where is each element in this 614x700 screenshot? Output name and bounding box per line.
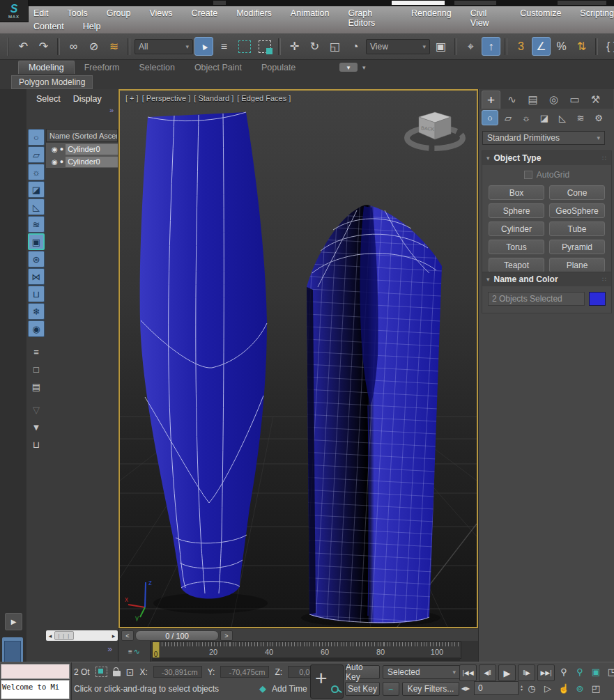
ribbon-tab-selection[interactable]: Selection — [129, 61, 184, 74]
ribbon-tab-object-paint[interactable]: Object Paint — [185, 61, 252, 74]
ribbon-tab-modeling[interactable]: Modeling — [18, 61, 75, 74]
rectangular-selection-region-button[interactable] — [235, 37, 254, 56]
scrollbar-thumb[interactable]: ❘❘❘ — [54, 631, 74, 640]
field-of-view-button[interactable]: ▷ — [541, 681, 555, 695]
sphere-button[interactable]: Sphere — [489, 203, 544, 218]
menu-views[interactable]: Views — [149, 8, 172, 28]
category-shapes[interactable]: ▱ — [500, 110, 516, 125]
select-and-link-button[interactable]: ∞ — [64, 37, 83, 56]
redo-button[interactable]: ↷ — [34, 37, 53, 56]
y-coordinate-field[interactable]: -70,475cm — [220, 666, 269, 678]
window-crossing-toggle[interactable] — [255, 37, 274, 56]
menu-content[interactable]: Content — [33, 22, 64, 31]
viewcube[interactable]: BACK — [402, 106, 468, 153]
pan-button[interactable]: ☝ — [557, 681, 571, 695]
keyboard-override-toggle[interactable]: ↑ — [482, 37, 500, 56]
current-frame-field[interactable]: 0 — [474, 681, 519, 695]
display-helpers-toggle[interactable]: ◺ — [28, 199, 45, 215]
unlink-selection-button[interactable]: ⊘ — [84, 37, 103, 56]
plane-button[interactable]: Plane — [549, 258, 605, 272]
object-type-rollout-header[interactable]: ▾ Object Type ∷ — [482, 151, 611, 165]
ribbon-minimize-button[interactable]: ▾ — [339, 63, 358, 72]
tab-utilities[interactable]: ⚒ — [586, 91, 605, 109]
x-coordinate-field[interactable]: -30,891cm — [153, 666, 202, 678]
display-shapes-toggle[interactable]: ▱ — [28, 146, 45, 163]
display-cameras-toggle[interactable]: ◪ — [28, 181, 45, 198]
eye-icon[interactable]: ◉ — [52, 158, 58, 166]
explorer-horizontal-scrollbar[interactable]: ◂ ❘❘❘ ▸ — [46, 630, 118, 641]
display-hidden-toggle[interactable]: ◉ — [28, 320, 45, 337]
menu-animation[interactable]: Animation — [291, 8, 330, 28]
current-frame-marker[interactable]: 0 — [153, 642, 160, 658]
ribbon-minimize-flyout[interactable]: ▾ — [362, 64, 366, 71]
default-tangent-button[interactable]: ⌢ — [383, 682, 399, 696]
name-color-rollout-header[interactable]: ▾ Name and Color ∷ — [482, 272, 611, 286]
ribbon-panel-polygon-modeling[interactable]: Polygon Modeling — [11, 75, 93, 89]
key-filters-button[interactable]: Key Filters... — [402, 682, 459, 696]
object-name-field[interactable]: 2 Objects Selected — [488, 292, 585, 306]
zoom-extents-selected-button[interactable]: ▣ — [589, 664, 603, 678]
display-containers-toggle[interactable]: ⊔ — [28, 286, 45, 302]
add-time-tag[interactable]: Add Time — [272, 684, 307, 694]
primitive-category-dropdown[interactable]: Standard Primitives ▾ — [482, 131, 605, 145]
time-slider-thumb[interactable]: 0 / 100 — [135, 630, 219, 641]
isolate-selection-icon[interactable] — [95, 667, 107, 677]
category-lights[interactable]: ☼ — [518, 110, 535, 125]
sort-by-type-button[interactable]: □ — [28, 361, 45, 378]
cone-button[interactable]: Cone — [549, 185, 605, 200]
zoom-all-button[interactable]: ⚲ — [573, 664, 587, 678]
render-dot-icon[interactable]: ● — [60, 158, 63, 165]
display-lights-toggle[interactable]: ☼ — [28, 164, 45, 180]
menu-modifiers[interactable]: Modifiers — [236, 8, 272, 28]
new-container-button[interactable]: ⊔ — [28, 436, 45, 453]
ribbon-tab-populate[interactable]: Populate — [252, 61, 305, 74]
node-name[interactable]: Cylinder0 — [66, 157, 118, 167]
tab-display[interactable]: Display — [73, 94, 102, 104]
ribbon-tab-freeform[interactable]: Freeform — [75, 61, 130, 74]
set-keys-button[interactable]: + — [310, 664, 344, 699]
select-by-name-button[interactable]: ≡ — [215, 37, 233, 56]
select-and-rotate-button[interactable]: ↻ — [305, 37, 324, 56]
orbit-button[interactable]: ⊚ — [573, 681, 587, 695]
menu-customize[interactable]: Customize — [520, 8, 561, 28]
eye-icon[interactable]: ◉ — [52, 146, 58, 153]
zoom-extents-all-button[interactable]: ◳ — [605, 664, 614, 678]
select-and-place-button[interactable]: ◔ — [346, 37, 364, 56]
menu-rendering[interactable]: Rendering — [411, 8, 452, 28]
scroll-left-icon[interactable]: ◂ — [46, 632, 54, 639]
selection-filter-dropdown[interactable]: All ▾ — [135, 39, 193, 54]
reference-coordinate-dropdown[interactable]: View ▾ — [366, 39, 430, 54]
toolbar-grip[interactable] — [7, 38, 8, 56]
key-mode-toggle[interactable]: ◀▶ — [459, 681, 472, 695]
go-to-start-button[interactable]: |◀◀ — [459, 664, 477, 681]
spinner-snap-toggle[interactable]: ⇅ — [572, 37, 591, 56]
absolute-mode-icon[interactable]: ⊡ — [126, 667, 135, 678]
frame-spinner[interactable]: ▴ ▾ — [521, 685, 523, 692]
select-and-scale-button[interactable]: ◱ — [325, 37, 344, 56]
cylinder-button[interactable]: Cylinder — [489, 221, 544, 236]
tube-button[interactable]: Tube — [549, 221, 605, 236]
selection-lock-icon[interactable] — [113, 671, 121, 676]
listener-field[interactable]: Welcome to Mi — [1, 680, 70, 699]
angle-snap-toggle[interactable]: ∠ — [532, 37, 551, 56]
display-bones-toggle[interactable]: ⋈ — [28, 268, 45, 285]
bind-to-space-warp-button[interactable]: ≋ — [105, 37, 123, 56]
explorer-overflow-chevron-bottom[interactable]: » — [107, 644, 112, 654]
display-xrefs-toggle[interactable]: ⊛ — [28, 251, 45, 267]
tab-modify[interactable]: ∿ — [502, 91, 521, 109]
select-object-button[interactable]: ▲ — [194, 37, 213, 56]
tab-create[interactable]: + — [482, 91, 500, 109]
box-button[interactable]: Box — [489, 185, 544, 200]
go-to-end-button[interactable]: ▶▶| — [537, 664, 555, 681]
viewport-pov-menu[interactable]: [ Perspective ] — [142, 94, 191, 102]
viewport-shading-menu[interactable]: [ Edged Faces ] — [237, 94, 291, 102]
use-pivot-center-button[interactable]: ▣ — [431, 37, 450, 56]
menu-graph-editors[interactable]: Graph Editors — [348, 8, 392, 28]
sort-by-color-button[interactable]: ▤ — [28, 378, 45, 395]
display-geometry-toggle[interactable]: ▣ — [28, 233, 45, 250]
edit-named-selection-sets-button[interactable]: { } — [602, 37, 614, 56]
configure-filter-button[interactable]: ▽ — [28, 401, 45, 418]
viewport-general-menu[interactable]: [ + ] — [125, 94, 139, 102]
category-cameras[interactable]: ◪ — [536, 110, 553, 125]
tab-hierarchy[interactable]: ▤ — [523, 91, 542, 109]
